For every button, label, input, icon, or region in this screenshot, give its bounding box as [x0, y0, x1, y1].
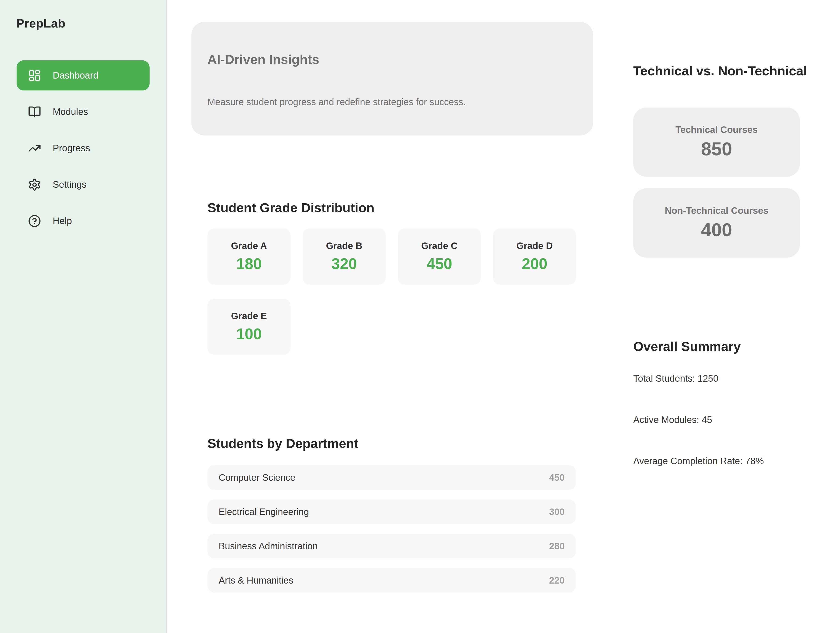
course-card-value: 400	[701, 219, 732, 241]
department-list: Computer Science 450 Electrical Engineer…	[207, 465, 576, 593]
sidebar-item-progress[interactable]: Progress	[17, 133, 150, 163]
grade-label: Grade E	[231, 311, 267, 321]
book-open-icon	[28, 106, 41, 118]
insights-title: AI-Driven Insights	[207, 52, 577, 67]
sidebar-item-dashboard[interactable]: Dashboard	[17, 60, 150, 90]
sidebar: PrepLab Dashboard	[0, 0, 167, 633]
grade-card-c: Grade C 450	[398, 228, 481, 285]
grade-value: 320	[332, 255, 357, 272]
sidebar-item-label: Modules	[53, 107, 88, 117]
grades-grid: Grade A 180 Grade B 320 Grade C 450 Grad…	[207, 228, 590, 355]
sidebar-item-settings[interactable]: Settings	[17, 170, 150, 200]
grade-card-b: Grade B 320	[303, 228, 386, 285]
department-value: 220	[549, 575, 565, 586]
grade-label: Grade B	[326, 241, 362, 251]
grade-value: 180	[236, 255, 262, 272]
department-row: Electrical Engineering 300	[207, 499, 576, 524]
grade-label: Grade C	[421, 241, 458, 251]
grade-value: 450	[426, 255, 452, 272]
department-name: Computer Science	[219, 472, 295, 483]
courses-section-title: Technical vs. Non-Technical	[633, 63, 811, 79]
sidebar-item-label: Settings	[53, 179, 87, 190]
summary-section-title: Overall Summary	[633, 339, 741, 354]
sidebar-item-label: Progress	[53, 143, 90, 153]
insights-banner: AI-Driven Insights Measure student progr…	[191, 22, 593, 135]
help-circle-icon	[28, 214, 41, 228]
department-row: Computer Science 450	[207, 465, 576, 490]
layout-dashboard-icon	[28, 69, 41, 82]
course-card-label: Technical Courses	[676, 124, 758, 135]
sidebar-item-help[interactable]: Help	[17, 206, 150, 236]
grade-card-a: Grade A 180	[207, 228, 291, 285]
grade-label: Grade A	[231, 241, 267, 251]
technical-courses-card: Technical Courses 850	[633, 107, 800, 177]
insights-subtitle: Measure student progress and redefine st…	[207, 97, 577, 107]
departments-section-title: Students by Department	[207, 436, 358, 451]
sidebar-item-modules[interactable]: Modules	[17, 97, 150, 127]
sidebar-item-label: Help	[53, 216, 72, 226]
department-row: Business Administration 280	[207, 534, 576, 558]
grade-label: Grade D	[516, 241, 553, 251]
course-card-value: 850	[701, 138, 732, 160]
department-name: Business Administration	[219, 541, 318, 551]
trending-up-icon	[28, 142, 41, 155]
overall-summary: Total Students: 1250 Active Modules: 45 …	[633, 373, 764, 466]
grades-section-title: Student Grade Distribution	[207, 200, 374, 215]
sidebar-item-label: Dashboard	[53, 70, 98, 81]
grade-card-d: Grade D 200	[493, 228, 576, 285]
department-row: Arts & Humanities 220	[207, 568, 576, 593]
sidebar-nav: Dashboard Modules Prog	[0, 60, 166, 236]
department-name: Electrical Engineering	[219, 507, 309, 517]
summary-total-students: Total Students: 1250	[633, 373, 764, 384]
department-name: Arts & Humanities	[219, 575, 293, 586]
department-value: 300	[549, 507, 565, 517]
grade-value: 100	[236, 325, 262, 343]
department-value: 450	[549, 472, 565, 483]
course-card-label: Non-Technical Courses	[665, 205, 768, 216]
app-logo: PrepLab	[16, 16, 166, 30]
non-technical-courses-card: Non-Technical Courses 400	[633, 188, 800, 258]
summary-active-modules: Active Modules: 45	[633, 414, 764, 425]
dashboard-page: PrepLab Dashboard	[0, 0, 840, 633]
grade-card-e: Grade E 100	[207, 299, 291, 355]
summary-completion-rate: Average Completion Rate: 78%	[633, 455, 764, 466]
department-value: 280	[549, 541, 565, 551]
grade-value: 200	[522, 255, 547, 272]
gear-icon	[28, 178, 41, 191]
